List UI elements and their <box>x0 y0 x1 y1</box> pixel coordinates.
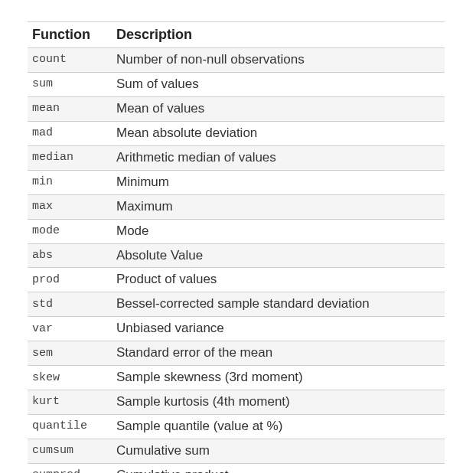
fn-desc: Sample quantile (value at %) <box>112 415 445 439</box>
table-row: madMean absolute deviation <box>28 121 445 145</box>
table-row: quantileSample quantile (value at %) <box>28 415 445 439</box>
table-row: medianArithmetic median of values <box>28 145 445 170</box>
fn-name: kurt <box>28 390 112 415</box>
fn-name: mode <box>28 219 112 243</box>
fn-name: abs <box>28 243 112 268</box>
fn-name: min <box>28 170 112 194</box>
fn-name: prod <box>28 268 112 292</box>
fn-name: skew <box>28 366 112 390</box>
fn-desc: Mean absolute deviation <box>112 121 445 145</box>
function-table: Function Description countNumber of non-… <box>28 21 445 473</box>
table-row: countNumber of non-null observations <box>28 48 445 73</box>
fn-desc: Cumulative sum <box>112 439 445 464</box>
fn-desc: Mode <box>112 219 445 243</box>
table-row: modeMode <box>28 219 445 243</box>
fn-desc: Cumulative product <box>112 463 445 473</box>
table-row: semStandard error of the mean <box>28 341 445 366</box>
fn-desc: Number of non-null observations <box>112 48 445 73</box>
fn-name: mad <box>28 121 112 145</box>
table-row: varUnbiased variance <box>28 317 445 341</box>
table-row: absAbsolute Value <box>28 243 445 268</box>
table-row: cumprodCumulative product <box>28 463 445 473</box>
header-function: Function <box>28 22 112 48</box>
fn-name: sem <box>28 341 112 366</box>
table-row: meanMean of values <box>28 96 445 121</box>
fn-desc: Minimum <box>112 170 445 194</box>
fn-name: median <box>28 145 112 170</box>
fn-desc: Sample skewness (3rd moment) <box>112 366 445 390</box>
fn-name: cumsum <box>28 439 112 464</box>
fn-desc: Absolute Value <box>112 243 445 268</box>
table-row: kurtSample kurtosis (4th moment) <box>28 390 445 415</box>
table-row: stdBessel-corrected sample standard devi… <box>28 292 445 317</box>
fn-name: count <box>28 48 112 73</box>
fn-name: var <box>28 317 112 341</box>
fn-name: max <box>28 194 112 219</box>
fn-name: quantile <box>28 415 112 439</box>
table-row: sumSum of values <box>28 72 445 96</box>
table-row: skewSample skewness (3rd moment) <box>28 366 445 390</box>
fn-desc: Mean of values <box>112 96 445 121</box>
table-row: cumsumCumulative sum <box>28 439 445 464</box>
table-row: minMinimum <box>28 170 445 194</box>
fn-desc: Sample kurtosis (4th moment) <box>112 390 445 415</box>
fn-name: cumprod <box>28 463 112 473</box>
fn-desc: Unbiased variance <box>112 317 445 341</box>
table-header-row: Function Description <box>28 22 445 48</box>
table-row: maxMaximum <box>28 194 445 219</box>
fn-name: std <box>28 292 112 317</box>
fn-desc: Sum of values <box>112 72 445 96</box>
fn-name: mean <box>28 96 112 121</box>
table-row: prodProduct of values <box>28 268 445 292</box>
header-description: Description <box>112 22 445 48</box>
fn-desc: Arithmetic median of values <box>112 145 445 170</box>
fn-name: sum <box>28 72 112 96</box>
fn-desc: Standard error of the mean <box>112 341 445 366</box>
fn-desc: Maximum <box>112 194 445 219</box>
fn-desc: Product of values <box>112 268 445 292</box>
fn-desc: Bessel-corrected sample standard deviati… <box>112 292 445 317</box>
